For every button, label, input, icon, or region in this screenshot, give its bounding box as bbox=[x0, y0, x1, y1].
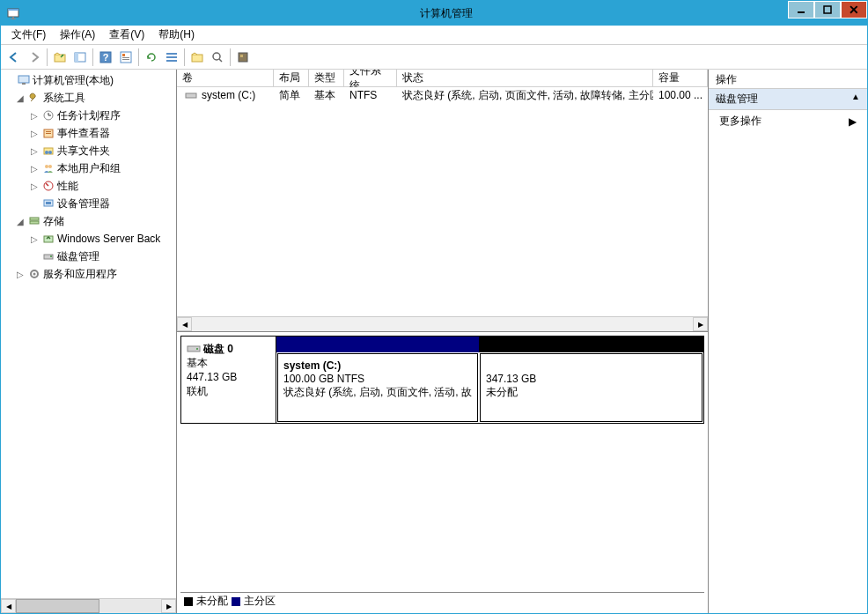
svg-rect-17 bbox=[166, 60, 177, 62]
tree-event-viewer-label: 事件查看器 bbox=[57, 126, 110, 141]
actions-more-label: 更多操作 bbox=[719, 114, 761, 129]
extra-button[interactable] bbox=[233, 48, 253, 67]
partition-primary-status: 状态良好 (系统, 启动, 页面文件, 活动, 故 bbox=[283, 386, 472, 398]
back-button[interactable] bbox=[4, 48, 24, 67]
tree-local-users-label: 本地用户和组 bbox=[57, 161, 121, 176]
menu-action[interactable]: 操作(A) bbox=[53, 26, 102, 44]
tree-storage-label: 存储 bbox=[43, 214, 64, 229]
tree-services-label: 服务和应用程序 bbox=[43, 267, 117, 282]
actions-panel: 操作 磁盘管理 ▲ 更多操作 ▶ bbox=[709, 70, 867, 613]
tree-root[interactable]: 计算机管理(本地) bbox=[1, 71, 176, 89]
titlebar: 计算机管理 ✕ bbox=[1, 1, 867, 26]
help-button[interactable]: ? bbox=[96, 48, 115, 67]
tree-horizontal-scrollbar[interactable]: ◀ ▶ bbox=[1, 598, 176, 613]
col-layout[interactable]: 布局 bbox=[274, 70, 309, 86]
forward-button[interactable] bbox=[25, 48, 44, 67]
partition-header-unallocated bbox=[479, 337, 703, 352]
svg-rect-4 bbox=[798, 11, 805, 13]
list-button[interactable] bbox=[162, 48, 181, 67]
volume-fs: NTFS bbox=[344, 89, 397, 101]
tree-system-tools-label: 系统工具 bbox=[43, 91, 85, 106]
partition-header-primary bbox=[276, 337, 479, 352]
chevron-right-icon: ▶ bbox=[849, 115, 857, 128]
tree-system-tools[interactable]: ◢ 系统工具 bbox=[1, 89, 176, 107]
tree-device-manager[interactable]: 设备管理器 bbox=[1, 195, 176, 212]
svg-rect-2 bbox=[12, 17, 14, 18]
tree-disk-management[interactable]: 磁盘管理 bbox=[1, 248, 176, 265]
volume-capacity: 100.00 ... bbox=[653, 89, 708, 101]
maximize-button[interactable] bbox=[814, 1, 841, 18]
volume-name: system (C:) bbox=[202, 89, 255, 101]
users-icon bbox=[41, 161, 55, 175]
svg-line-20 bbox=[219, 59, 222, 62]
svg-rect-18 bbox=[192, 55, 202, 62]
refresh-button[interactable] bbox=[142, 48, 161, 67]
shared-icon bbox=[41, 144, 55, 158]
svg-rect-8 bbox=[75, 53, 78, 62]
volume-type: 基本 bbox=[309, 88, 344, 103]
col-capacity[interactable]: 容量 bbox=[653, 70, 708, 86]
legend: 未分配 主分区 bbox=[180, 592, 704, 610]
disk-name: 磁盘 0 bbox=[203, 342, 233, 356]
svg-rect-24 bbox=[22, 83, 26, 85]
tree-disk-management-label: 磁盘管理 bbox=[57, 249, 99, 264]
clock-icon bbox=[41, 108, 55, 122]
tree-services[interactable]: ▷ 服务和应用程序 bbox=[1, 265, 176, 283]
col-status[interactable]: 状态 bbox=[397, 70, 653, 86]
col-type[interactable]: 类型 bbox=[309, 70, 344, 86]
svg-rect-5 bbox=[824, 6, 831, 13]
tree-shared-folders[interactable]: ▷ 共享文件夹 bbox=[1, 142, 176, 159]
volume-list-header: 卷 布局 类型 文件系统 状态 容量 bbox=[177, 70, 708, 87]
volume-status: 状态良好 (系统, 启动, 页面文件, 活动, 故障转储, 主分区) bbox=[397, 88, 653, 103]
disk-row[interactable]: 磁盘 0 基本 447.13 GB 联机 system bbox=[180, 336, 704, 424]
svg-rect-6 bbox=[55, 55, 65, 62]
volume-layout: 简单 bbox=[274, 88, 309, 103]
col-filesystem[interactable]: 文件系统 bbox=[344, 70, 397, 86]
partition-unallocated[interactable]: 347.13 GB 未分配 bbox=[480, 353, 702, 422]
svg-point-44 bbox=[50, 255, 52, 257]
tree-windows-backup[interactable]: ▷ Windows Server Back bbox=[1, 230, 176, 248]
actions-section-disk[interactable]: 磁盘管理 ▲ bbox=[709, 89, 867, 110]
show-hide-tree-button[interactable] bbox=[70, 48, 90, 67]
up-button[interactable] bbox=[50, 48, 70, 67]
tree-local-users[interactable]: ▷ 本地用户和组 bbox=[1, 159, 176, 177]
actions-section-label: 磁盘管理 bbox=[716, 92, 758, 107]
tree-storage[interactable]: ◢ 存储 bbox=[1, 212, 176, 230]
svg-point-49 bbox=[196, 348, 198, 350]
svg-rect-14 bbox=[122, 59, 129, 60]
tree-performance[interactable]: ▷ 性能 bbox=[1, 177, 176, 195]
performance-icon bbox=[41, 179, 55, 193]
close-button[interactable]: ✕ bbox=[841, 1, 867, 18]
svg-point-46 bbox=[33, 273, 36, 276]
menu-file[interactable]: 文件(F) bbox=[4, 26, 53, 44]
svg-rect-16 bbox=[166, 56, 177, 58]
main-panel: 卷 布局 类型 文件系统 状态 容量 system (C:) 简单 基本 NTF… bbox=[177, 70, 709, 613]
volume-list[interactable]: system (C:) 简单 基本 NTFS 状态良好 (系统, 启动, 页面文… bbox=[177, 87, 708, 316]
tree-event-viewer[interactable]: ▷ 事件查看器 bbox=[1, 124, 176, 142]
properties-button[interactable] bbox=[116, 48, 136, 67]
tree-task-scheduler[interactable]: ▷ 任务计划程序 bbox=[1, 107, 176, 124]
svg-point-34 bbox=[45, 165, 48, 168]
disk-info: 磁盘 0 基本 447.13 GB 联机 bbox=[181, 337, 276, 423]
backup-icon bbox=[41, 232, 55, 246]
svg-rect-39 bbox=[46, 202, 51, 204]
minimize-button[interactable] bbox=[788, 1, 814, 18]
menu-view[interactable]: 查看(V) bbox=[102, 26, 151, 44]
partition-primary[interactable]: system (C:) 100.00 GB NTFS 状态良好 (系统, 启动,… bbox=[277, 353, 478, 422]
actions-more[interactable]: 更多操作 ▶ bbox=[709, 110, 867, 132]
volume-horizontal-scrollbar[interactable]: ◀ ▶ bbox=[177, 316, 708, 331]
menu-help[interactable]: 帮助(H) bbox=[151, 26, 202, 44]
svg-rect-47 bbox=[186, 93, 196, 98]
svg-rect-22 bbox=[240, 55, 243, 57]
svg-point-35 bbox=[48, 165, 52, 168]
disk-graphical-view: 磁盘 0 基本 447.13 GB 联机 system bbox=[177, 331, 708, 613]
col-volume[interactable]: 卷 bbox=[177, 70, 274, 86]
svg-rect-15 bbox=[166, 53, 177, 55]
svg-point-19 bbox=[213, 53, 220, 60]
computer-icon bbox=[17, 73, 31, 87]
volume-row[interactable]: system (C:) 简单 基本 NTFS 状态良好 (系统, 启动, 页面文… bbox=[177, 87, 708, 103]
svg-rect-12 bbox=[122, 54, 125, 56]
actions-header: 操作 bbox=[709, 70, 867, 89]
search-button[interactable] bbox=[208, 48, 227, 67]
open-button[interactable] bbox=[188, 48, 207, 67]
